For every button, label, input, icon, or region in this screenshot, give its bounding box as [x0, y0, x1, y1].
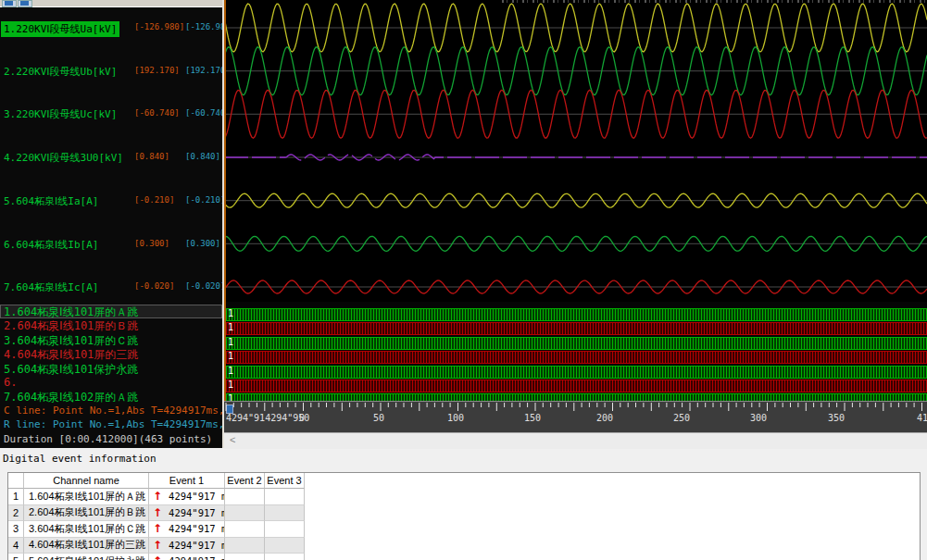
- digital-state-label: 1: [228, 393, 233, 401]
- analog-channel-row[interactable]: 7.604柘泉Ⅰ线Ic[A][-0.020][-0.020]: [0, 280, 222, 294]
- digital-status-bar: 1: [226, 393, 927, 401]
- analog-waveform-plot[interactable]: [224, 0, 927, 302]
- cursor-c-status: C line: Point No.=1,Abs T=4294917ms, Rel…: [4, 404, 222, 417]
- axis-tick-label: 250: [673, 413, 690, 423]
- event1-cell: ↑4294"917 ms: [149, 554, 225, 560]
- event2-cell: [225, 538, 265, 554]
- row-number: 1: [8, 489, 24, 505]
- time-cursor-line[interactable]: [224, 0, 226, 401]
- event1-cell: ↑4294"917 ms: [149, 521, 225, 538]
- analog-cursor-value-2: [0.300]: [185, 239, 222, 248]
- event-info-section: Digital event information Channel nameEv…: [0, 449, 927, 560]
- analog-channel-row[interactable]: 3.220KVⅠ段母线Uc[kV][-60.740][-60.740]: [0, 107, 222, 121]
- digital-status-bar: 1: [226, 337, 927, 350]
- analog-channel-name: 6.604柘泉Ⅰ线Ib[A]: [4, 238, 98, 252]
- table-header-cell: Event 1: [149, 473, 225, 489]
- table-header-cell: Channel name: [24, 473, 149, 489]
- analog-cursor-value-1: [192.170]: [134, 66, 185, 75]
- digital-event-table: Channel nameEvent 1Event 2Event 311.604柘…: [7, 472, 921, 560]
- analog-cursor-value-2: [-0.020]: [185, 281, 222, 291]
- event1-time: 4294"917 ms: [169, 491, 225, 502]
- scroll-left-arrow-icon[interactable]: <: [230, 434, 235, 445]
- digital-channel-row[interactable]: 1.604柘泉Ⅰ线101屏的Ａ跳: [0, 305, 222, 318]
- axis-tick-label: 50: [373, 413, 384, 423]
- digital-channel-row[interactable]: 4.604柘泉Ⅰ线101屏的三跳: [0, 347, 222, 361]
- analog-cursor-value-2: [-126.980]: [185, 22, 222, 31]
- digital-channel-name: 7.604柘泉Ⅰ线102屏的Ａ跳: [4, 390, 138, 404]
- analog-channel-row[interactable]: 4.220KVⅠ段母线3U0[kV][0.840][0.840]: [0, 151, 222, 165]
- analog-cursor-value-1: [-60.740]: [134, 108, 185, 118]
- digital-state-label: 1: [228, 322, 233, 333]
- digital-channel-name: 2.604柘泉Ⅰ线101屏的Ｂ跳: [4, 318, 138, 332]
- digital-channel-row[interactable]: 6.: [0, 376, 222, 390]
- table-row[interactable]: 33.604柘泉Ⅰ线101屏的Ｃ跳↑4294"917 ms: [8, 521, 920, 538]
- digital-channel-name: 1.604柘泉Ⅰ线101屏的Ａ跳: [4, 305, 138, 318]
- analog-cursor-value-2: [-0.210]: [185, 195, 222, 205]
- digital-state-label: 1: [228, 351, 233, 362]
- axis-tick-label: 0: [299, 413, 305, 423]
- analog-cursor-value-2: [0.840]: [185, 152, 222, 161]
- analog-cursor-value-1: [-126.980]: [134, 22, 185, 31]
- cursor-r-status: R line: Point No.=1,Abs T=4294917ms, Rel…: [4, 418, 222, 430]
- event3-cell: [265, 554, 305, 560]
- digital-trace-area[interactable]: 1111111: [224, 302, 927, 401]
- event-channel-name: 3.604柘泉Ⅰ线101屏的Ｃ跳: [24, 521, 149, 538]
- axis-tick-label: 100: [447, 413, 464, 423]
- rising-edge-icon: ↑: [153, 554, 162, 560]
- analog-channel-row[interactable]: 1.220KVⅠ段母线Ua[kV][-126.980][-126.980]: [0, 21, 222, 35]
- analog-cursor-value-2: [-60.740]: [185, 108, 222, 118]
- table-row[interactable]: 55.604柘泉Ⅰ线101保护永跳↑4294"917 ms: [8, 554, 920, 560]
- table-row[interactable]: 22.604柘泉Ⅰ线101屏的Ｂ跳↑4294"917 ms: [8, 505, 920, 522]
- row-number: 3: [8, 521, 24, 538]
- analog-channel-row[interactable]: 2.220KVⅠ段母线Ub[kV][192.170][192.170]: [0, 65, 222, 79]
- event-channel-name: 4.604柘泉Ⅰ线101屏的三跳: [24, 538, 149, 554]
- digital-channel-name: 3.604柘泉Ⅰ线101屏的Ｃ跳: [4, 333, 138, 347]
- table-header-cell: Event 3: [265, 473, 305, 489]
- fault-recorder-app: 1.220KVⅠ段母线Ua[kV][-126.980][-126.980]2.2…: [0, 0, 927, 560]
- axis-tick-label: 150: [524, 413, 541, 423]
- axis-tick-label: 200: [596, 413, 613, 423]
- digital-channel-name: 6.: [4, 376, 17, 389]
- analog-channel-row[interactable]: 6.604柘泉Ⅰ线Ib[A][0.300][0.300]: [0, 238, 222, 252]
- digital-state-label: 1: [228, 380, 233, 391]
- row-number: 2: [8, 505, 24, 522]
- axis-tick-label: 300: [750, 413, 767, 423]
- rising-edge-icon: ↑: [153, 539, 162, 552]
- digital-status-bar: 1: [226, 366, 927, 379]
- horizontal-scrollbar[interactable]: <: [224, 432, 927, 449]
- rising-edge-icon: ↑: [153, 490, 162, 503]
- analog-channel-name: 3.220KVⅠ段母线Uc[kV]: [4, 107, 117, 121]
- digital-status-bar: 1: [226, 322, 927, 335]
- digital-state-label: 1: [228, 308, 233, 319]
- digital-state-label: 1: [228, 366, 233, 377]
- event1-time: 4294"917 ms: [169, 523, 225, 534]
- event3-cell: [265, 489, 305, 505]
- analog-cursor-value-2: [192.170]: [185, 66, 222, 75]
- event2-cell: [225, 489, 265, 505]
- toolbar-button-2[interactable]: [18, 0, 32, 7]
- digital-channel-row[interactable]: 2.604柘泉Ⅰ线101屏的Ｂ跳: [0, 318, 222, 332]
- event1-cell: ↑4294"917 ms: [149, 489, 225, 505]
- table-row[interactable]: 11.604柘泉Ⅰ线101屏的Ａ跳↑4294"917 ms: [8, 489, 920, 505]
- row-number: 5: [8, 554, 24, 560]
- row-number: 4: [8, 538, 24, 554]
- event1-cell: ↑4294"917 ms: [149, 505, 225, 522]
- toolbar-button-1[interactable]: [2, 0, 17, 7]
- digital-status-bar: 1: [226, 308, 927, 321]
- event2-cell: [225, 554, 265, 560]
- analog-channel-row[interactable]: 5.604柘泉Ⅰ线Ia[A][-0.210][-0.210]: [0, 194, 222, 208]
- rising-edge-icon: ↑: [153, 506, 162, 519]
- event3-cell: [265, 521, 305, 538]
- digital-channel-row[interactable]: 3.604柘泉Ⅰ线101屏的Ｃ跳: [0, 333, 222, 347]
- event1-cell: ↑4294"917 ms: [149, 538, 225, 554]
- digital-status-bar: 1: [226, 351, 927, 364]
- axis-tick-label: 4294"914294"950: [226, 413, 309, 423]
- event-channel-name: 5.604柘泉Ⅰ线101保护永跳: [24, 554, 149, 560]
- digital-channel-row[interactable]: 7.604柘泉Ⅰ线102屏的Ａ跳: [0, 390, 222, 404]
- digital-channel-row[interactable]: 5.604柘泉Ⅰ线101保护永跳: [0, 362, 222, 376]
- axis-tick-label: 41: [917, 413, 927, 423]
- axis-tick-label: 350: [828, 413, 845, 423]
- event-channel-name: 1.604柘泉Ⅰ线101屏的Ａ跳: [24, 489, 149, 505]
- digital-channel-name: 5.604柘泉Ⅰ线101保护永跳: [4, 362, 138, 376]
- table-row[interactable]: 44.604柘泉Ⅰ线101屏的三跳↑4294"917 ms: [8, 538, 920, 554]
